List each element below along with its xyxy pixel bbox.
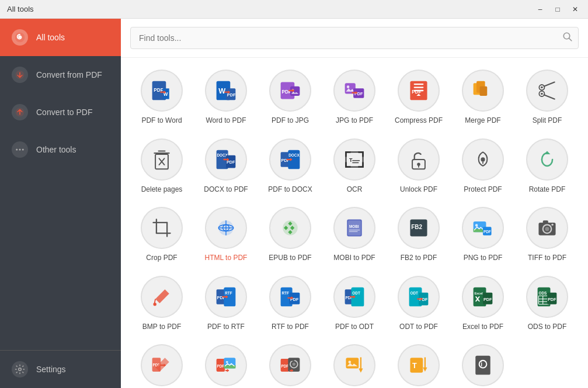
tool-pdf-to-tiff[interactable]: PDF PDF to TIFF (259, 338, 322, 388)
tool-ocr[interactable]: T OCR (323, 133, 386, 199)
tool-split-pdf[interactable]: Split PDF (516, 64, 579, 130)
tool-label-ocr: OCR (347, 185, 363, 195)
svg-text:FB2: FB2 (411, 224, 422, 230)
svg-point-137 (226, 361, 228, 363)
close-button[interactable]: ✕ (567, 3, 583, 16)
svg-rect-37 (480, 86, 488, 96)
docx-to-pdf-icon: DOCX PDF (205, 138, 247, 181)
tool-docx-to-pdf[interactable]: DOCX PDF DOCX to PDF (194, 133, 258, 199)
extract-text-icon: T (398, 344, 440, 386)
tool-label-pdf-to-jpg: PDF to JPG (272, 116, 309, 126)
svg-text:ODT: ODT (410, 291, 418, 295)
sidebar-item-convert-to-pdf[interactable]: Convert to PDF (0, 93, 121, 131)
tool-ods-to-pdf[interactable]: ODS PDF ODS to PDF (516, 270, 579, 337)
maximize-button[interactable]: □ (549, 3, 566, 16)
tool-extract-images[interactable]: Extract images (323, 338, 386, 388)
svg-line-40 (544, 82, 555, 86)
tool-edit-metadata[interactable]: i Edit metadata (451, 338, 514, 388)
tool-crop-pdf[interactable]: Crop PDF (130, 201, 193, 268)
sidebar-item-all-tools[interactable]: All tools (0, 19, 121, 56)
rtf-to-pdf-icon: RTF PDF (269, 276, 311, 318)
search-bar (121, 19, 588, 58)
tool-pdf-to-word[interactable]: PDF W PDF to Word (130, 64, 193, 130)
tool-label-rtf-to-pdf: RTF to PDF (272, 323, 309, 332)
tool-word-to-pdf[interactable]: W PDF Word to PDF (194, 64, 258, 130)
edit-metadata-icon: i (462, 344, 504, 386)
content-area: PDF W PDF to Word W PDF (121, 19, 588, 388)
pdf-to-odt-icon: PDF ODT (333, 276, 375, 318)
sidebar-item-other-tools[interactable]: Other tools (0, 131, 121, 168)
svg-marker-68 (544, 151, 551, 154)
svg-text:RTF: RTF (225, 291, 232, 295)
tool-pdf-to-rtf[interactable]: PDF RTF PDF to RTF (194, 270, 258, 337)
tool-label-epub-to-pdf: EPUB to PDF (269, 254, 311, 263)
tool-jpg-to-pdf[interactable]: PDF JPG to PDF (323, 64, 386, 130)
tool-fb2-to-pdf[interactable]: FB2 FB2 to PDF (387, 201, 450, 268)
svg-point-1 (19, 36, 20, 38)
sidebar-item-convert-from-pdf[interactable]: Convert from PDF (0, 56, 121, 93)
tool-mobi-to-pdf[interactable]: MOBI MOBI to PDF (323, 201, 386, 268)
tool-epub-to-pdf[interactable]: EPUB to PDF (259, 201, 322, 268)
svg-text:T: T (412, 362, 417, 370)
all-tools-icon (12, 29, 28, 46)
tool-label-png-to-pdf: PNG to PDF (464, 254, 503, 263)
search-input[interactable] (130, 27, 579, 49)
convert-to-pdf-icon (12, 104, 28, 120)
svg-point-95 (551, 224, 554, 226)
tool-label-ods-to-pdf: ODS to PDF (528, 323, 567, 332)
svg-point-88 (475, 224, 478, 227)
tool-label-delete-pages: Delete pages (141, 185, 183, 195)
word-to-pdf-icon: W PDF (205, 70, 247, 112)
tool-odt-to-pdf[interactable]: ODT PDF ODT to PDF (387, 270, 450, 337)
tool-label-jpg-to-pdf: JPG to PDF (336, 116, 373, 126)
tool-protect-pdf[interactable]: Protect PDF (451, 133, 514, 199)
tool-compress-pdf[interactable]: PDF Compress PDF (387, 64, 450, 130)
tool-extract-text[interactable]: T Extract text (387, 338, 450, 388)
svg-text:ODT: ODT (352, 291, 360, 295)
svg-point-143 (293, 363, 295, 366)
tool-png-to-pdf[interactable]: PDF PNG to PDF (451, 201, 514, 268)
tool-pdf-to-jpg[interactable]: PDF PDF to JPG (259, 64, 322, 130)
minimize-button[interactable]: – (532, 3, 548, 16)
tools-grid: PDF W PDF to Word W PDF (121, 58, 588, 388)
crop-pdf-icon (141, 207, 183, 249)
tiff-to-pdf-icon (526, 207, 568, 249)
tool-label-protect-pdf: Protect PDF (464, 185, 502, 195)
tool-excel-to-pdf[interactable]: Excel PDF Excel to PDF (451, 270, 514, 337)
ods-to-pdf-icon: ODS PDF (526, 276, 568, 318)
tool-pdf-to-odt[interactable]: PDF ODT PDF to ODT (323, 270, 386, 337)
mobi-to-pdf-icon: MOBI (333, 207, 375, 249)
pdf-to-docx-icon: PDF DOCX (269, 138, 311, 181)
tool-tiff-to-pdf[interactable]: TIFF to PDF (516, 201, 579, 268)
compress-pdf-icon: PDF (398, 70, 440, 112)
tool-merge-pdf[interactable]: Merge PDF (451, 64, 514, 130)
tool-unlock-pdf[interactable]: Unlock PDF (387, 133, 450, 199)
tool-bmp-to-pdf[interactable]: BMP to PDF (130, 270, 193, 337)
split-pdf-icon (526, 70, 568, 112)
tool-pdf-to-png[interactable]: PDF PDF to PNG (194, 338, 258, 388)
svg-point-4 (16, 149, 18, 151)
sidebar-label-other-tools: Other tools (36, 145, 76, 154)
tool-delete-pages[interactable]: Delete pages (130, 133, 193, 199)
unlock-pdf-icon (398, 138, 440, 181)
svg-point-6 (22, 149, 24, 151)
ocr-icon: T (333, 138, 375, 181)
search-icon (562, 32, 573, 44)
sidebar: All tools Convert from PDF Convert to PD… (0, 19, 121, 388)
svg-rect-94 (543, 220, 548, 223)
svg-point-5 (19, 149, 21, 151)
settings-icon (12, 361, 28, 377)
sidebar-label-convert-from-pdf: Convert from PDF (36, 70, 102, 79)
tool-label-docx-to-pdf: DOCX to PDF (204, 185, 248, 195)
tool-pdf-to-bmp[interactable]: PDF PDF to BMP (130, 338, 193, 388)
tool-rtf-to-pdf[interactable]: RTF PDF RTF to PDF (259, 270, 322, 337)
sidebar-item-settings[interactable]: Settings (0, 351, 121, 388)
svg-text:MOBI: MOBI (349, 224, 359, 228)
merge-pdf-icon (462, 70, 504, 112)
svg-text:PDF: PDF (217, 364, 225, 368)
tool-html-to-pdf[interactable]: HTML to PDF (194, 201, 258, 268)
main-layout: All tools Convert from PDF Convert to PD… (0, 19, 588, 388)
tool-rotate-pdf[interactable]: Rotate PDF (516, 133, 579, 199)
tool-pdf-to-docx[interactable]: PDF DOCX PDF to DOCX (259, 133, 322, 199)
tool-label-fb2-to-pdf: FB2 to PDF (401, 254, 437, 263)
